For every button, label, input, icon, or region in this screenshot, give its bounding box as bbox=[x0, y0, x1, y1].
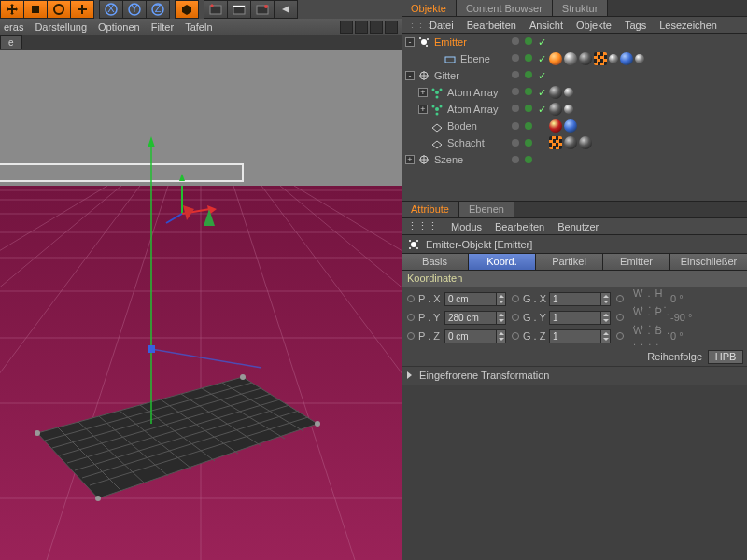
visibility-dots[interactable] bbox=[512, 156, 532, 163]
render-button-1[interactable] bbox=[204, 0, 228, 19]
visibility-dots[interactable] bbox=[512, 139, 532, 147]
expand-toggle-icon[interactable]: + bbox=[418, 88, 428, 97]
panel-handle-icon[interactable]: ⋮⋮⋮ bbox=[407, 19, 416, 31]
axis-z-button[interactable]: Z bbox=[146, 0, 170, 19]
visibility-dots[interactable]: ✓ bbox=[512, 88, 547, 97]
expand-toggle-icon[interactable]: - bbox=[405, 71, 415, 80]
subtab-basis[interactable]: Basis bbox=[402, 254, 469, 270]
material-tag-icon[interactable] bbox=[549, 119, 562, 133]
expand-toggle-icon[interactable]: + bbox=[405, 155, 415, 164]
radio-icon[interactable] bbox=[512, 314, 519, 321]
tab-ebenen[interactable]: Ebenen bbox=[459, 202, 514, 217]
visibility-dots[interactable]: ✓ bbox=[512, 105, 547, 114]
vp-zoom-icon[interactable] bbox=[355, 21, 368, 34]
tree-row-ebene[interactable]: Ebene✓ bbox=[402, 50, 747, 67]
tree-row-emitter[interactable]: -Emitter✓ bbox=[402, 34, 747, 50]
panel-handle-icon[interactable]: ⋮⋮⋮ bbox=[407, 220, 438, 232]
order-dropdown[interactable]: HPB bbox=[708, 350, 743, 364]
pos-field[interactable]: 280 cm bbox=[444, 311, 497, 325]
tab-objekte[interactable]: Objekte bbox=[402, 0, 457, 16]
radio-icon[interactable] bbox=[512, 332, 519, 340]
axis-y-button[interactable]: Y bbox=[122, 0, 147, 19]
render-button-2[interactable] bbox=[227, 0, 251, 19]
om-menu-item[interactable]: Bearbeiten bbox=[467, 20, 516, 31]
viewport-perspective[interactable] bbox=[0, 50, 402, 560]
radio-icon[interactable] bbox=[407, 314, 415, 321]
material-tag-icon[interactable] bbox=[564, 88, 573, 97]
visibility-dots[interactable]: ✓ bbox=[512, 54, 547, 63]
visibility-dots[interactable]: ✓ bbox=[512, 71, 547, 80]
tree-row-szene[interactable]: +Szene bbox=[402, 151, 747, 168]
vp-pan-icon[interactable] bbox=[340, 21, 353, 34]
pos-field[interactable]: 0 cm bbox=[444, 329, 497, 343]
vp-maximize-icon[interactable] bbox=[385, 21, 398, 34]
tree-row-gitter[interactable]: -Gitter✓ bbox=[402, 67, 747, 84]
tool-cube-button[interactable] bbox=[23, 0, 48, 19]
tree-row-schacht[interactable]: Schacht bbox=[402, 134, 747, 151]
render-button-4[interactable] bbox=[274, 0, 298, 19]
om-menu-item[interactable]: Ansicht bbox=[529, 20, 563, 31]
material-tag-icon[interactable] bbox=[549, 52, 562, 65]
vp-menu-item[interactable]: Tafeln bbox=[185, 21, 212, 33]
vp-orbit-icon[interactable] bbox=[370, 21, 383, 34]
material-tag-icon[interactable] bbox=[609, 54, 618, 63]
spinner-icon[interactable] bbox=[497, 292, 506, 306]
visibility-dots[interactable]: ✓ bbox=[512, 37, 547, 47]
subtab-koord[interactable]: Koord. bbox=[469, 254, 536, 270]
scale-field[interactable]: 1 bbox=[549, 311, 601, 325]
visibility-dots[interactable] bbox=[512, 122, 532, 130]
radio-icon[interactable] bbox=[616, 332, 624, 340]
subtab-partikel[interactable]: Partikel bbox=[536, 254, 603, 270]
material-tag-icon[interactable] bbox=[564, 119, 577, 133]
subtab-emitter[interactable]: Emitter bbox=[603, 254, 670, 270]
material-tag-icon[interactable] bbox=[594, 52, 607, 65]
spinner-icon[interactable] bbox=[497, 311, 506, 325]
expand-toggle-icon[interactable]: - bbox=[405, 37, 415, 47]
vp-menu-item[interactable]: eras bbox=[4, 21, 23, 33]
attr-menu-item[interactable]: Bearbeiten bbox=[495, 221, 544, 232]
material-tag-icon[interactable] bbox=[620, 52, 633, 65]
material-tag-icon[interactable] bbox=[549, 103, 562, 116]
tab-attribute[interactable]: Attribute bbox=[402, 202, 459, 217]
tree-row-boden[interactable]: Boden bbox=[402, 118, 747, 134]
spinner-icon[interactable] bbox=[497, 329, 506, 343]
radio-icon[interactable] bbox=[407, 332, 415, 340]
material-tag-icon[interactable] bbox=[635, 54, 644, 63]
om-menu-item[interactable]: Objekte bbox=[576, 20, 612, 31]
pos-field[interactable]: 0 cm bbox=[444, 292, 497, 306]
vp-menu-item[interactable]: Optionen bbox=[98, 21, 140, 33]
axis-x-button[interactable]: X bbox=[99, 0, 123, 19]
material-tag-icon[interactable] bbox=[564, 105, 573, 114]
vp-menu-item[interactable]: Filter bbox=[151, 21, 174, 33]
radio-icon[interactable] bbox=[512, 295, 519, 302]
frozen-transform-group[interactable]: Eingefrorene Transformation bbox=[402, 366, 747, 385]
spinner-icon[interactable] bbox=[601, 311, 611, 325]
radio-icon[interactable] bbox=[407, 295, 415, 302]
tree-row-atom-array[interactable]: +Atom Array✓ bbox=[402, 101, 747, 118]
material-tag-icon[interactable] bbox=[579, 136, 592, 149]
material-tag-icon[interactable] bbox=[549, 86, 562, 99]
material-tag-icon[interactable] bbox=[549, 136, 562, 149]
subtab-einschliesser[interactable]: Einschließer bbox=[670, 254, 747, 270]
tab-content-browser[interactable]: Content Browser bbox=[457, 0, 553, 16]
material-tag-icon[interactable] bbox=[564, 136, 577, 149]
om-menu-item[interactable]: Datei bbox=[430, 20, 454, 31]
scale-field[interactable]: 1 bbox=[549, 292, 601, 306]
expand-toggle-icon[interactable]: + bbox=[418, 105, 428, 114]
material-tag-icon[interactable] bbox=[579, 52, 592, 65]
object-tree[interactable]: -Emitter✓Ebene✓-Gitter✓+Atom Array✓+Atom… bbox=[402, 34, 747, 202]
tool-rotate-button[interactable] bbox=[47, 0, 71, 19]
om-menu-item[interactable]: Tags bbox=[625, 20, 646, 31]
render-button-3[interactable] bbox=[250, 0, 275, 19]
tool-primitive-button[interactable] bbox=[175, 0, 199, 19]
material-tag-icon[interactable] bbox=[564, 52, 577, 65]
tree-row-atom-array[interactable]: +Atom Array✓ bbox=[402, 84, 747, 101]
om-menu-item[interactable]: Lesezeichen bbox=[659, 20, 717, 31]
tool-move-button[interactable] bbox=[0, 0, 24, 19]
vp-menu-item[interactable]: Darstellung bbox=[35, 21, 87, 33]
tool-add-button[interactable] bbox=[70, 0, 94, 19]
attr-menu-item[interactable]: Benutzer bbox=[557, 221, 599, 232]
radio-icon[interactable] bbox=[616, 314, 624, 321]
spinner-icon[interactable] bbox=[601, 329, 611, 343]
scale-field[interactable]: 1 bbox=[549, 329, 601, 343]
